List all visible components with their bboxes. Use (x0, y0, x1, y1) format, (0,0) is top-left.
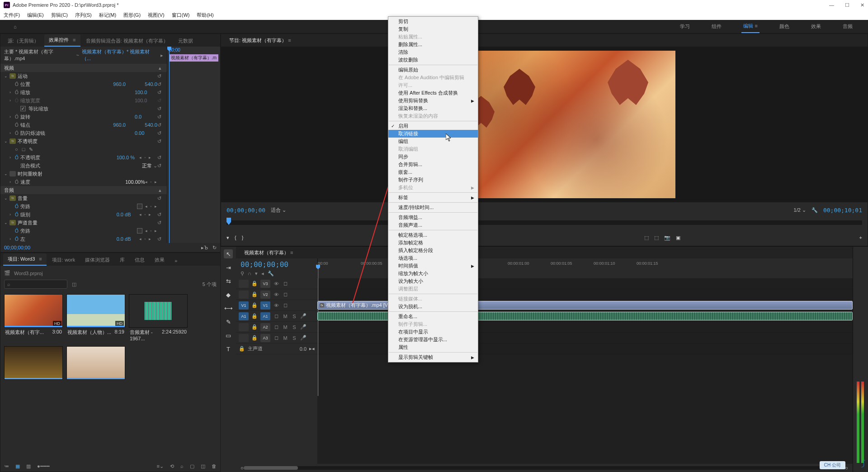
context-menu-item[interactable]: 使用剪辑替换▶ (388, 97, 478, 105)
project-search[interactable]: ⌕ (4, 280, 67, 289)
keyframe-nav[interactable]: ◂ ◦ ▸ (145, 204, 163, 209)
lift-icon[interactable]: ⬚ (644, 235, 649, 241)
tab-project[interactable]: 项目: Word3 ≡ (3, 253, 47, 266)
context-menu-item[interactable]: 缩放为帧大小 (388, 270, 478, 277)
context-menu-item[interactable]: 设为脱机... (388, 303, 478, 310)
program-tc-left[interactable]: 00;00;00;00 (226, 207, 265, 214)
voice-icon[interactable]: 🎤 (300, 313, 307, 319)
tab-source[interactable]: 源:（无剪辑） (3, 35, 43, 47)
icon-view-icon[interactable]: ▦ (15, 463, 20, 469)
eye-icon[interactable]: 👁 (273, 303, 279, 308)
context-menu-item[interactable]: 编辑原始 (388, 66, 478, 74)
program-tc-right[interactable]: 00;00;10;01 (823, 207, 862, 214)
context-menu-item[interactable]: 添加帧定格 (388, 239, 478, 247)
tab-metadata[interactable]: 元数据 (174, 35, 198, 47)
track-select-tool-icon[interactable]: ⇥ (224, 263, 233, 272)
tab-media-browser[interactable]: 媒体浏览器 (80, 254, 114, 266)
program-video[interactable] (221, 47, 868, 202)
context-menu-item[interactable]: 时间插值▶ (388, 262, 478, 270)
menu-window[interactable]: 窗口(W) (172, 12, 190, 19)
wrench-icon[interactable]: 🔧 (268, 271, 274, 277)
extract-icon[interactable]: ⬚ (654, 235, 659, 241)
position-y[interactable]: 540.0 (145, 81, 157, 87)
lock-icon[interactable]: 🔒 (251, 324, 258, 330)
master-value[interactable]: 0.0 (300, 346, 307, 352)
context-menu-item[interactable]: 复制 (388, 25, 478, 33)
context-menu-item[interactable]: 删除属性... (388, 41, 478, 48)
context-menu-item[interactable]: 制作子序列 (388, 176, 478, 184)
stopwatch-icon[interactable]: Ő (15, 82, 19, 87)
track-v1[interactable]: V1 (260, 301, 270, 310)
context-menu-item[interactable]: 设为帧大小 (388, 277, 478, 285)
workspace-effects[interactable]: 效果 (809, 20, 823, 33)
stopwatch-icon[interactable]: Ő (15, 114, 19, 119)
context-menu-item[interactable]: 属性 (388, 343, 478, 351)
eye-icon[interactable]: 👁 (273, 281, 279, 286)
reset-icon[interactable]: ↺ (157, 106, 163, 112)
find-icon[interactable]: ⌕ (180, 463, 184, 469)
src-a1[interactable]: A1 (239, 312, 249, 320)
lock-icon[interactable]: 🔒 (251, 302, 258, 308)
anchor-y[interactable]: 540.0 (145, 122, 157, 128)
menu-file[interactable]: 文件(F) (4, 12, 20, 19)
lock-icon[interactable]: 🔒 (239, 346, 245, 352)
lock-icon[interactable]: 🔒 (251, 313, 258, 319)
stopwatch-icon[interactable]: Ő (15, 212, 19, 217)
stopwatch-icon[interactable]: Ő (15, 131, 19, 136)
stopwatch-icon[interactable]: Ő (15, 237, 19, 242)
context-menu-item[interactable]: 速度/持续时间... (388, 204, 478, 211)
workspace-color[interactable]: 颜色 (778, 20, 791, 33)
context-menu-item[interactable]: 编组 (388, 138, 478, 145)
snap-icon[interactable]: ⚲ (241, 271, 244, 277)
fx-badge[interactable]: fx (9, 138, 16, 144)
zoom-in-icon[interactable]: ○ (845, 465, 848, 471)
mark-out-icon[interactable]: } (242, 235, 244, 240)
fx-badge[interactable] (9, 171, 16, 176)
pen-tool-icon[interactable]: ✎ (224, 317, 233, 326)
close-button[interactable]: ✕ (860, 2, 864, 8)
comparison-icon[interactable]: ▣ (676, 235, 680, 241)
context-menu-item[interactable]: 显示剪辑关键帧▶ (388, 353, 478, 361)
effect-timeline[interactable]: 00;00 视频素材（有字幕）.m (167, 47, 220, 243)
hand-tool-icon[interactable]: ▭ (224, 331, 233, 340)
type-tool-icon[interactable]: T (224, 344, 233, 353)
context-menu-item[interactable]: 在项目中显示 (388, 328, 478, 336)
wrench-icon[interactable]: 🔧 (811, 207, 818, 213)
tab-info[interactable]: 信息 (130, 254, 149, 266)
bypass-checkbox[interactable] (137, 204, 142, 209)
context-menu-item[interactable]: 使用 After Effects 合成替换 (388, 89, 478, 97)
reset-icon[interactable]: ↺ (157, 220, 163, 226)
play-icon[interactable]: ▸Ъ (201, 245, 208, 251)
menu-edit[interactable]: 编辑(E) (27, 12, 44, 19)
linked-selection-icon[interactable]: ∩ (248, 271, 251, 277)
context-menu-item[interactable]: 合并剪辑... (388, 161, 478, 168)
context-menu-item[interactable]: 重命名... (388, 313, 478, 320)
trash-icon[interactable]: 🗑 (212, 463, 217, 469)
context-menu-item[interactable]: 剪切 (388, 18, 478, 25)
context-menu-item[interactable]: 波纹删除 (388, 56, 478, 64)
loop-icon[interactable]: ↻ (212, 245, 217, 251)
context-menu-item[interactable]: ✓启用 (388, 122, 478, 130)
new-item-icon[interactable]: ◫ (201, 463, 205, 469)
bin-icon[interactable]: ◫ (72, 281, 76, 287)
keyframe-nav[interactable]: ◂ ◦ ▸ (145, 229, 163, 233)
zoom-slider[interactable]: ●━━━ (37, 463, 50, 469)
keyframe-nav[interactable]: ◂ ◦ ▸ (139, 212, 157, 217)
stopwatch-icon[interactable]: Ő (15, 123, 19, 128)
timeline-zoom-scrollbar[interactable] (244, 466, 845, 470)
maximize-button[interactable]: ☐ (845, 2, 849, 8)
context-menu-item[interactable]: 同步 (388, 153, 478, 161)
slip-tool-icon[interactable]: ⟷ (224, 304, 233, 313)
mark-in-icon[interactable]: { (235, 235, 236, 240)
workspace-learn[interactable]: 学习 (678, 20, 692, 33)
timeline-tc[interactable]: 00;00;00;00 (241, 260, 313, 269)
fx-badge[interactable]: fx (9, 220, 16, 225)
stopwatch-icon[interactable]: Ő (15, 204, 19, 209)
fx-badge[interactable]: fx (9, 195, 16, 201)
sort-icon[interactable]: ≡⌄ (157, 463, 164, 469)
fx-badge[interactable]: fx (9, 73, 16, 79)
new-bin-icon[interactable]: ▢ (190, 463, 194, 469)
home-icon[interactable]: ⌂ (14, 24, 17, 29)
list-view-icon[interactable]: ≔ (4, 463, 9, 469)
keyframe-nav[interactable]: ◂ ◦ ▸ (145, 180, 163, 184)
